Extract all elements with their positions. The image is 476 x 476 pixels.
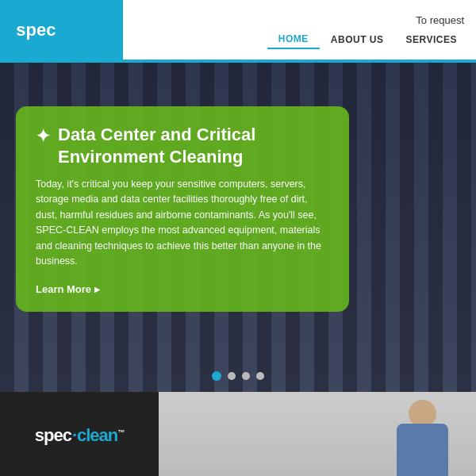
hero-body-text: Today, it's critical you keep your sensi… bbox=[36, 177, 329, 269]
person-image bbox=[365, 392, 460, 476]
carousel-dots bbox=[212, 371, 264, 381]
logo-decoration bbox=[28, 45, 38, 56]
carousel-dot-2[interactable] bbox=[228, 372, 236, 380]
logo-clean: clean bbox=[63, 20, 107, 40]
hero-content-box: ✦ Data Center and Critical Environment C… bbox=[16, 106, 349, 312]
carousel-dot-3[interactable] bbox=[242, 372, 250, 380]
site-logo: spec · clean bbox=[16, 20, 107, 40]
bottom-logo-clean: clean bbox=[77, 425, 117, 445]
hero-section: ✦ Data Center and Critical Environment C… bbox=[0, 63, 476, 392]
person-body bbox=[397, 424, 448, 476]
logo-area[interactable]: spec · clean bbox=[0, 0, 123, 60]
sparkle-icon: ✦ bbox=[36, 125, 50, 148]
carousel-dot-1[interactable] bbox=[212, 371, 221, 381]
to-request-text: To request bbox=[416, 10, 468, 26]
header: spec · clean To request HOME ABOUT US bbox=[0, 0, 476, 60]
nav-home[interactable]: HOME bbox=[267, 30, 320, 49]
main-nav: HOME ABOUT US SERVICES bbox=[267, 30, 468, 49]
bottom-logo-area: spec·clean™ bbox=[0, 392, 159, 476]
carousel-dot-4[interactable] bbox=[256, 372, 264, 380]
hero-title: ✦ Data Center and Critical Environment C… bbox=[36, 124, 329, 167]
header-right: To request HOME ABOUT US SERVICES bbox=[123, 10, 476, 49]
bottom-logo-text: spec·clean™ bbox=[35, 427, 125, 444]
logo-dot-separator: · bbox=[56, 20, 61, 40]
nav-services[interactable]: SERVICES bbox=[395, 31, 468, 48]
nav-about[interactable]: ABOUT US bbox=[320, 31, 395, 48]
logo-spec: spec bbox=[16, 20, 56, 40]
bottom-logo-dot: · bbox=[72, 425, 76, 445]
bottom-logo: spec·clean™ bbox=[35, 425, 125, 446]
learn-more-link[interactable]: Learn More bbox=[36, 283, 100, 295]
hero-title-text: Data Center and Critical Environment Cle… bbox=[58, 124, 329, 167]
bottom-logo-spec: spec bbox=[35, 425, 71, 445]
bottom-right-area bbox=[159, 392, 476, 476]
bottom-logo-tm: ™ bbox=[117, 428, 124, 436]
bottom-section: spec·clean™ bbox=[0, 392, 476, 476]
